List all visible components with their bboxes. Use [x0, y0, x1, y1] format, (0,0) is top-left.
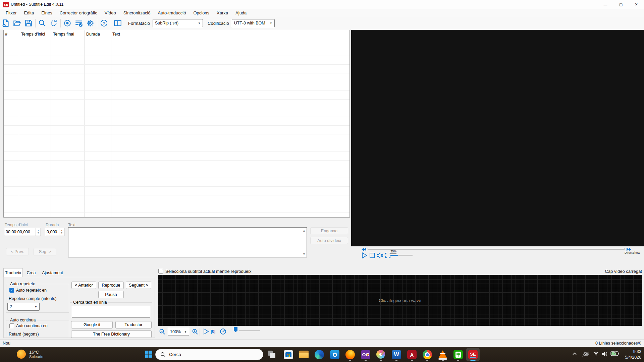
scroll-up-icon[interactable]: ▲ [303, 229, 306, 232]
libreoffice-calc-button[interactable] [451, 348, 465, 361]
rewind-icon[interactable] [362, 247, 366, 252]
edge-button[interactable] [313, 348, 326, 361]
microsoft-store-button[interactable] [282, 348, 295, 361]
start-button[interactable] [145, 351, 152, 359]
search-online-input[interactable] [72, 306, 150, 318]
subtitle-list-body[interactable] [4, 39, 350, 217]
next-line-button[interactable]: Seg. > [34, 248, 56, 255]
tab-crea[interactable]: Crea [23, 269, 39, 277]
tab-ajustament[interactable]: Ajustament [40, 269, 65, 277]
chrome-button[interactable] [421, 348, 434, 361]
auto-continue-checkbox[interactable] [9, 323, 14, 328]
running-indicator [411, 360, 413, 361]
layout-icon[interactable] [112, 18, 123, 28]
waveform-reset-position-icon[interactable]: |0| [211, 329, 216, 334]
next-subtitle-button[interactable]: Següent > [126, 282, 151, 289]
mute-icon[interactable] [376, 252, 384, 260]
save-icon[interactable] [23, 18, 34, 28]
menu-corrector[interactable]: Corrector ortogràfic [56, 10, 101, 15]
format-dropdown[interactable]: SubRip (.srt) ▼ [153, 19, 203, 27]
play-subtitle-button[interactable]: Reprodue [98, 282, 124, 289]
translator-button[interactable]: Traductor [115, 321, 152, 328]
spell-check-icon[interactable] [73, 18, 85, 28]
playback-speed-icon[interactable] [220, 328, 226, 336]
stop-icon[interactable] [369, 252, 375, 259]
waveform-canvas[interactable]: Clic afegeix ona wave [158, 275, 642, 326]
google-it-button[interactable]: Google it [71, 321, 113, 328]
menu-auto-traduccio[interactable]: Auto-traducció [154, 10, 190, 15]
menu-edita[interactable]: Edita [20, 10, 38, 15]
waveform-play-icon[interactable] [203, 328, 209, 336]
visual-sync-icon[interactable] [62, 18, 73, 28]
scroll-down-icon[interactable]: ▼ [303, 252, 306, 256]
start-time-spinner[interactable]: 00:00:00,000 ▲▼ [4, 228, 41, 236]
weather-widget[interactable]: 16°C Soleado [17, 350, 43, 359]
wifi-icon[interactable] [593, 351, 599, 358]
play-icon[interactable] [361, 252, 368, 260]
menu-opcions[interactable]: Opcions [190, 10, 213, 15]
duration-spinner[interactable]: 0,000 ▲▼ [45, 228, 64, 236]
taskbar-clock[interactable]: 9:33 5/4/2026 [619, 349, 641, 360]
vlc-button[interactable] [436, 348, 449, 361]
open-file-icon[interactable] [11, 18, 23, 28]
spinner-arrows-icon[interactable]: ▲▼ [36, 228, 41, 236]
new-file-icon[interactable] [0, 18, 11, 28]
waveform-position-track[interactable] [239, 330, 260, 331]
pause-button[interactable]: Pausa [98, 291, 124, 298]
menu-video[interactable]: Vídeo [101, 10, 120, 15]
auto-repeat-checkbox[interactable]: ✓ [9, 288, 14, 293]
menu-ajuda[interactable]: Ajuda [232, 10, 250, 15]
video-seek-bar[interactable] [368, 248, 625, 250]
paint-button[interactable] [374, 348, 388, 361]
maximize-button[interactable]: ▢ [613, 0, 629, 9]
paste-button[interactable]: Enganxa [310, 227, 348, 234]
encoding-dropdown[interactable]: UTF-8 with BOM ▼ [232, 19, 275, 27]
help-icon[interactable]: ? [98, 18, 110, 28]
no-video-loaded-label: Cap vídeo carregat [537, 269, 642, 274]
col-end-time[interactable]: Temps final [53, 32, 74, 37]
word-button[interactable]: W [390, 348, 403, 361]
tab-tradueix[interactable]: Tradueix [3, 268, 23, 277]
menu-fitxer[interactable]: Fitxer [2, 10, 20, 15]
taskbar-search[interactable]: Cerca [155, 349, 263, 360]
repeat-count-dropdown[interactable]: 2 ▼ [7, 303, 40, 311]
battery-charging-icon[interactable] [610, 351, 619, 357]
purple-app-button[interactable] [359, 348, 372, 361]
waveform-position-marker[interactable] [234, 327, 237, 332]
menu-eines[interactable]: Eines [38, 10, 56, 15]
subtitle-edit-taskbar-button[interactable]: SE [466, 348, 480, 361]
acrobat-button[interactable]: A [405, 348, 419, 361]
menu-xarxa[interactable]: Xarxa [213, 10, 232, 15]
firefox-button[interactable] [343, 348, 357, 361]
task-view-button[interactable] [265, 348, 278, 361]
close-button[interactable]: ✕ [629, 0, 644, 9]
waveform-zoom-dropdown[interactable]: 100% ▼ [168, 328, 189, 336]
spinner-arrows-icon[interactable]: ▲▼ [59, 228, 64, 236]
tray-chevron-icon[interactable] [572, 351, 577, 358]
subtitle-list[interactable]: # Temps d'inici Temps final Durada Text [3, 30, 350, 218]
replace-icon[interactable] [48, 18, 59, 28]
volume-tray-icon[interactable] [602, 351, 608, 358]
auto-split-button[interactable]: Auto divideix [310, 237, 348, 244]
waveform-zoom-in-icon[interactable] [192, 328, 199, 336]
video-display[interactable] [351, 30, 644, 246]
free-dictionary-button[interactable]: The Free Dictionary [71, 330, 152, 338]
fullscreen-icon[interactable] [385, 252, 391, 259]
find-icon[interactable] [37, 18, 48, 28]
select-current-subtitle-checkbox[interactable] [158, 269, 163, 274]
outlook-button[interactable] [328, 348, 341, 361]
waveform-zoom-out-icon[interactable] [159, 328, 166, 336]
minimize-button[interactable]: — [598, 0, 613, 9]
onedrive-paused-icon[interactable] [582, 351, 589, 358]
col-duration[interactable]: Durada [86, 32, 100, 37]
col-number[interactable]: # [5, 32, 7, 37]
menu-sincronitzacio[interactable]: Sincronització [120, 10, 154, 15]
subtitle-text-input[interactable]: ▲ ▼ [68, 227, 307, 257]
col-text[interactable]: Text [112, 32, 120, 37]
previous-subtitle-button[interactable]: < Anterior [71, 282, 96, 289]
file-explorer-button[interactable] [297, 348, 311, 361]
prev-line-button[interactable]: < Prev. [6, 248, 29, 255]
col-start-time[interactable]: Temps d'inici [21, 32, 45, 37]
running-indicator [365, 360, 367, 361]
settings-icon[interactable] [85, 18, 96, 28]
